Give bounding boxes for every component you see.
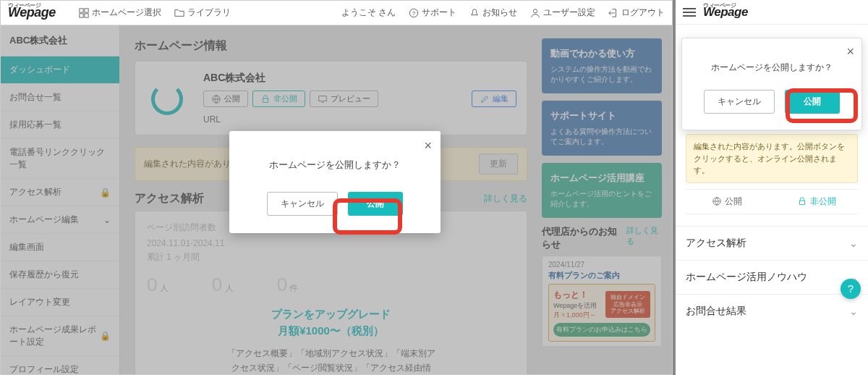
status-public-mobile[interactable]: 公開 xyxy=(686,195,768,208)
wepage-logo: ウィーページ Wepage xyxy=(8,5,56,20)
nav-notice[interactable]: お知らせ xyxy=(469,7,517,19)
svg-rect-3 xyxy=(85,13,88,17)
modal-publish-button-mobile[interactable]: 公開 xyxy=(785,90,840,114)
lock-icon xyxy=(797,196,807,206)
accordion-knowhow[interactable]: ホームページ活用ノウハウ⌄ xyxy=(676,260,868,294)
logout-icon xyxy=(608,8,618,18)
bell-icon xyxy=(469,8,480,18)
nav-support[interactable]: ? サポート xyxy=(409,7,456,19)
grid-icon xyxy=(79,8,89,18)
nav-logout[interactable]: ログアウト xyxy=(608,7,665,19)
modal-cancel-button[interactable]: キャンセル xyxy=(267,192,338,216)
user-icon xyxy=(530,8,540,18)
nav-user-settings[interactable]: ユーザー設定 xyxy=(530,7,595,19)
mobile-app: ウィーページ Wepage テスト 公開ページ数- ⟳ 更新 編集された内容があ… xyxy=(673,0,868,375)
wepage-logo-mobile: ウィーページ Wepage xyxy=(703,5,748,20)
edit-notice-mobile: 編集された内容があります。公開ボタンをクリックすると、オンライン公開されます。 xyxy=(686,134,858,183)
publish-confirm-modal-mobile: × ホームページを公開しますか？ キャンセル 公開 xyxy=(681,38,862,130)
modal-message-mobile: ホームページを公開しますか？ xyxy=(692,62,851,74)
status-private-mobile[interactable]: 非公開 xyxy=(775,195,858,208)
modal-close-button-mobile[interactable]: × xyxy=(846,44,854,59)
desktop-top-bar: ウィーページ Wepage ホームページ選択 ライブラリ ようこそ さん ? サ… xyxy=(1,1,672,25)
folder-icon xyxy=(174,8,184,18)
accordion-analytics[interactable]: アクセス解析⌄ xyxy=(676,226,868,260)
nav-homepage-select[interactable]: ホームページ選択 xyxy=(79,7,161,19)
svg-rect-0 xyxy=(80,8,83,12)
globe-icon xyxy=(712,196,722,206)
chevron-down-icon: ⌄ xyxy=(849,306,858,317)
help-fab-button[interactable]: ? xyxy=(841,279,861,299)
accordion-inquiry-results[interactable]: お問合せ結果⌄ xyxy=(676,294,868,328)
chevron-down-icon: ⌄ xyxy=(849,237,858,249)
nav-library[interactable]: ライブラリ xyxy=(174,7,231,19)
publish-confirm-modal: × ホームページを公開しますか？ キャンセル 公開 xyxy=(229,131,441,233)
svg-text:?: ? xyxy=(412,9,416,16)
svg-rect-11 xyxy=(800,201,805,204)
help-icon: ? xyxy=(409,8,419,18)
modal-publish-button[interactable]: 公開 xyxy=(348,192,403,216)
svg-rect-2 xyxy=(80,13,83,17)
desktop-app: ウィーページ Wepage ホームページ選択 ライブラリ ようこそ さん ? サ… xyxy=(0,0,673,375)
svg-rect-1 xyxy=(85,8,88,12)
modal-cancel-button-mobile[interactable]: キャンセル xyxy=(704,90,775,114)
hamburger-menu-button[interactable] xyxy=(683,8,696,17)
modal-message: ホームページを公開しますか？ xyxy=(244,159,426,172)
svg-point-6 xyxy=(533,9,537,12)
modal-close-button[interactable]: × xyxy=(424,138,432,153)
mobile-top-bar: ウィーページ Wepage xyxy=(676,0,868,25)
welcome-text: ようこそ さん xyxy=(341,7,396,19)
